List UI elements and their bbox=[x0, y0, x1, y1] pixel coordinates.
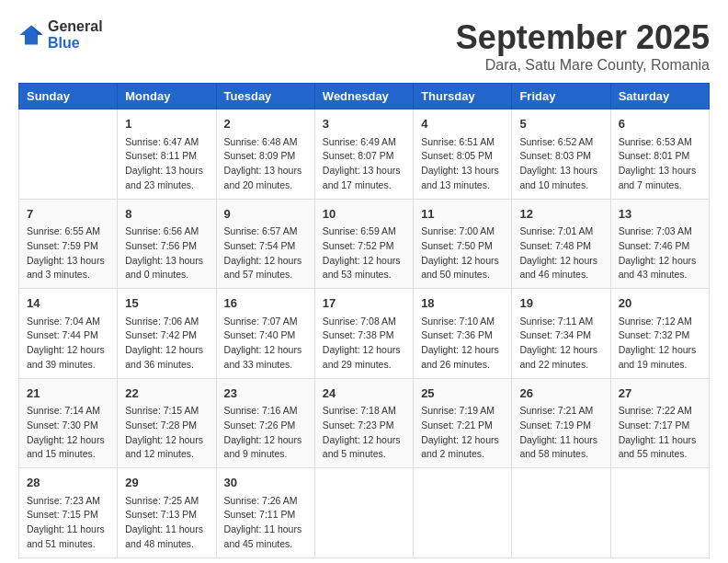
main-title: September 2025 bbox=[456, 18, 710, 57]
day-info: Sunrise: 7:03 AMSunset: 7:46 PMDaylight:… bbox=[619, 224, 701, 282]
day-number: 17 bbox=[323, 294, 405, 313]
day-info: Sunrise: 7:12 AMSunset: 7:32 PMDaylight:… bbox=[619, 315, 701, 373]
day-info: Sunrise: 7:06 AMSunset: 7:42 PMDaylight:… bbox=[125, 315, 208, 373]
week-row-1: 1Sunrise: 6:47 AMSunset: 8:11 PMDaylight… bbox=[19, 109, 710, 200]
calendar-cell: 24Sunrise: 7:18 AMSunset: 7:23 PMDayligh… bbox=[314, 378, 413, 468]
day-number: 26 bbox=[519, 385, 602, 403]
day-info: Sunrise: 7:08 AMSunset: 7:38 PMDaylight:… bbox=[323, 315, 405, 373]
day-info: Sunrise: 6:49 AMSunset: 8:07 PMDaylight:… bbox=[323, 135, 405, 193]
day-number: 12 bbox=[519, 205, 602, 224]
day-number: 5 bbox=[519, 115, 602, 133]
day-info: Sunrise: 7:07 AMSunset: 7:40 PMDaylight:… bbox=[224, 315, 307, 373]
calendar-cell: 17Sunrise: 7:08 AMSunset: 7:38 PMDayligh… bbox=[314, 289, 413, 379]
logo-icon bbox=[18, 22, 44, 48]
day-number: 2 bbox=[224, 115, 307, 133]
calendar-cell: 13Sunrise: 7:03 AMSunset: 7:46 PMDayligh… bbox=[610, 199, 709, 289]
day-info: Sunrise: 7:16 AMSunset: 7:26 PMDaylight:… bbox=[224, 404, 307, 462]
day-number: 13 bbox=[619, 205, 701, 224]
day-info: Sunrise: 7:10 AMSunset: 7:36 PMDaylight:… bbox=[421, 315, 504, 373]
day-number: 18 bbox=[421, 294, 504, 313]
calendar-cell: 29Sunrise: 7:25 AMSunset: 7:13 PMDayligh… bbox=[118, 468, 216, 558]
calendar-cell bbox=[610, 468, 709, 558]
day-info: Sunrise: 6:52 AMSunset: 8:03 PMDaylight:… bbox=[519, 135, 602, 193]
calendar-cell: 21Sunrise: 7:14 AMSunset: 7:30 PMDayligh… bbox=[19, 378, 118, 468]
calendar-body: 1Sunrise: 6:47 AMSunset: 8:11 PMDaylight… bbox=[19, 109, 710, 558]
day-info: Sunrise: 6:47 AMSunset: 8:11 PMDaylight:… bbox=[125, 135, 208, 193]
day-info: Sunrise: 7:01 AMSunset: 7:48 PMDaylight:… bbox=[519, 224, 602, 282]
calendar-cell: 30Sunrise: 7:26 AMSunset: 7:11 PMDayligh… bbox=[216, 468, 314, 558]
day-info: Sunrise: 7:22 AMSunset: 7:17 PMDaylight:… bbox=[619, 404, 701, 462]
day-info: Sunrise: 6:56 AMSunset: 7:56 PMDaylight:… bbox=[125, 224, 208, 282]
header-cell-monday: Monday bbox=[118, 84, 216, 109]
sub-title: Dara, Satu Mare County, Romania bbox=[456, 57, 710, 74]
calendar-cell: 25Sunrise: 7:19 AMSunset: 7:21 PMDayligh… bbox=[414, 378, 512, 468]
day-info: Sunrise: 7:15 AMSunset: 7:28 PMDaylight:… bbox=[125, 404, 208, 462]
day-info: Sunrise: 7:00 AMSunset: 7:50 PMDaylight:… bbox=[421, 224, 504, 282]
day-number: 10 bbox=[323, 205, 405, 224]
header-cell-thursday: Thursday bbox=[414, 84, 512, 109]
calendar-cell: 15Sunrise: 7:06 AMSunset: 7:42 PMDayligh… bbox=[118, 289, 216, 379]
logo-blue-text: Blue bbox=[48, 35, 103, 52]
title-area: September 2025 Dara, Satu Mare County, R… bbox=[456, 18, 710, 74]
calendar-cell: 5Sunrise: 6:52 AMSunset: 8:03 PMDaylight… bbox=[512, 109, 610, 200]
day-number: 27 bbox=[619, 385, 701, 403]
week-row-3: 14Sunrise: 7:04 AMSunset: 7:44 PMDayligh… bbox=[19, 289, 710, 379]
calendar-cell: 10Sunrise: 6:59 AMSunset: 7:52 PMDayligh… bbox=[314, 199, 413, 289]
calendar-cell bbox=[314, 468, 413, 558]
calendar-cell: 3Sunrise: 6:49 AMSunset: 8:07 PMDaylight… bbox=[314, 109, 413, 200]
day-number: 20 bbox=[619, 294, 701, 313]
calendar-cell: 18Sunrise: 7:10 AMSunset: 7:36 PMDayligh… bbox=[414, 289, 512, 379]
week-row-2: 7Sunrise: 6:55 AMSunset: 7:59 PMDaylight… bbox=[19, 199, 710, 289]
calendar-cell: 8Sunrise: 6:56 AMSunset: 7:56 PMDaylight… bbox=[118, 199, 216, 289]
header-cell-sunday: Sunday bbox=[19, 84, 118, 109]
calendar-cell: 27Sunrise: 7:22 AMSunset: 7:17 PMDayligh… bbox=[610, 378, 709, 468]
calendar-cell: 26Sunrise: 7:21 AMSunset: 7:19 PMDayligh… bbox=[512, 378, 610, 468]
calendar-cell bbox=[19, 109, 118, 200]
day-number: 29 bbox=[125, 474, 208, 492]
day-number: 23 bbox=[224, 385, 307, 403]
calendar-cell: 22Sunrise: 7:15 AMSunset: 7:28 PMDayligh… bbox=[118, 378, 216, 468]
day-number: 1 bbox=[125, 115, 208, 133]
day-number: 7 bbox=[27, 205, 109, 224]
header-cell-friday: Friday bbox=[512, 84, 610, 109]
day-number: 8 bbox=[125, 205, 208, 224]
header-row: SundayMondayTuesdayWednesdayThursdayFrid… bbox=[19, 84, 710, 109]
day-number: 15 bbox=[125, 294, 208, 313]
calendar-cell: 2Sunrise: 6:48 AMSunset: 8:09 PMDaylight… bbox=[216, 109, 314, 200]
day-number: 11 bbox=[421, 205, 504, 224]
calendar-cell: 6Sunrise: 6:53 AMSunset: 8:01 PMDaylight… bbox=[610, 109, 709, 200]
day-info: Sunrise: 7:04 AMSunset: 7:44 PMDaylight:… bbox=[27, 315, 109, 373]
day-number: 24 bbox=[323, 385, 405, 403]
day-info: Sunrise: 6:51 AMSunset: 8:05 PMDaylight:… bbox=[421, 135, 504, 193]
day-info: Sunrise: 6:55 AMSunset: 7:59 PMDaylight:… bbox=[27, 224, 109, 282]
calendar-cell: 12Sunrise: 7:01 AMSunset: 7:48 PMDayligh… bbox=[512, 199, 610, 289]
header-cell-tuesday: Tuesday bbox=[216, 84, 314, 109]
calendar-cell: 14Sunrise: 7:04 AMSunset: 7:44 PMDayligh… bbox=[19, 289, 118, 379]
calendar-cell bbox=[414, 468, 512, 558]
calendar-cell: 20Sunrise: 7:12 AMSunset: 7:32 PMDayligh… bbox=[610, 289, 709, 379]
calendar-cell: 11Sunrise: 7:00 AMSunset: 7:50 PMDayligh… bbox=[414, 199, 512, 289]
day-number: 6 bbox=[619, 115, 701, 133]
logo-text: General Blue bbox=[48, 18, 103, 51]
day-info: Sunrise: 7:18 AMSunset: 7:23 PMDaylight:… bbox=[323, 404, 405, 462]
day-number: 25 bbox=[421, 385, 504, 403]
day-number: 28 bbox=[27, 474, 109, 492]
header-cell-wednesday: Wednesday bbox=[314, 84, 413, 109]
calendar-cell: 28Sunrise: 7:23 AMSunset: 7:15 PMDayligh… bbox=[19, 468, 118, 558]
calendar-cell: 7Sunrise: 6:55 AMSunset: 7:59 PMDaylight… bbox=[19, 199, 118, 289]
calendar-cell: 23Sunrise: 7:16 AMSunset: 7:26 PMDayligh… bbox=[216, 378, 314, 468]
day-info: Sunrise: 6:57 AMSunset: 7:54 PMDaylight:… bbox=[224, 224, 307, 282]
day-info: Sunrise: 7:26 AMSunset: 7:11 PMDaylight:… bbox=[224, 494, 307, 552]
day-info: Sunrise: 7:25 AMSunset: 7:13 PMDaylight:… bbox=[125, 494, 208, 552]
header: General Blue September 2025 Dara, Satu M… bbox=[18, 18, 710, 74]
calendar-header: SundayMondayTuesdayWednesdayThursdayFrid… bbox=[19, 84, 710, 109]
day-info: Sunrise: 6:53 AMSunset: 8:01 PMDaylight:… bbox=[619, 135, 701, 193]
header-cell-saturday: Saturday bbox=[610, 84, 709, 109]
week-row-4: 21Sunrise: 7:14 AMSunset: 7:30 PMDayligh… bbox=[19, 378, 710, 468]
day-number: 9 bbox=[224, 205, 307, 224]
day-info: Sunrise: 7:19 AMSunset: 7:21 PMDaylight:… bbox=[421, 404, 504, 462]
day-info: Sunrise: 7:21 AMSunset: 7:19 PMDaylight:… bbox=[519, 404, 602, 462]
calendar-cell: 4Sunrise: 6:51 AMSunset: 8:05 PMDaylight… bbox=[414, 109, 512, 200]
calendar-cell: 16Sunrise: 7:07 AMSunset: 7:40 PMDayligh… bbox=[216, 289, 314, 379]
day-number: 14 bbox=[27, 294, 109, 313]
